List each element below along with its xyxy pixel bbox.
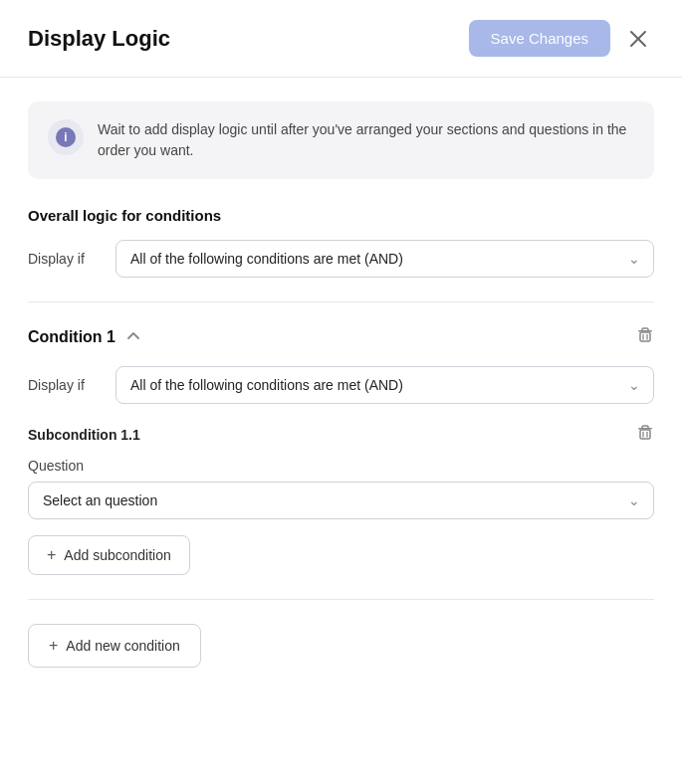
condition-1-display-if-label: Display if [28, 377, 100, 393]
condition-1-select-wrapper: All of the following conditions are met … [115, 366, 654, 404]
add-condition-label: Add new condition [66, 638, 179, 654]
subcondition-1-1-delete-button[interactable] [636, 424, 654, 446]
overall-condition-select[interactable]: All of the following conditions are met … [115, 240, 654, 278]
overall-logic-section: Overall logic for conditions Display if … [28, 207, 654, 278]
condition-1-header: Condition 1 [28, 326, 654, 348]
question-label: Question [28, 458, 654, 474]
save-changes-button[interactable]: Save Changes [469, 20, 610, 57]
add-subcondition-button[interactable]: + Add subcondition [28, 535, 190, 575]
section-divider-2 [28, 599, 654, 600]
info-text: Wait to add display logic until after yo… [98, 119, 634, 161]
condition-1-display-if-row: Display if All of the following conditio… [28, 366, 654, 404]
trash-icon [636, 326, 654, 344]
info-icon-wrapper: i [48, 119, 84, 155]
question-select-wrapper: Select an question ⌄ [28, 482, 654, 519]
plus-icon-subcondition: + [47, 546, 56, 564]
svg-rect-7 [640, 430, 650, 439]
condition-1-title: Condition 1 [28, 328, 115, 346]
condition-1-collapse-icon[interactable] [125, 328, 141, 347]
subcondition-1-1-block: Subcondition 1.1 Question [28, 424, 654, 519]
add-new-condition-button[interactable]: + Add new condition [28, 624, 201, 668]
add-subcondition-label: Add subcondition [64, 547, 170, 563]
overall-logic-label: Overall logic for conditions [28, 207, 654, 224]
section-divider-1 [28, 301, 654, 302]
close-button[interactable] [622, 23, 654, 55]
modal-display-logic: Display Logic Save Changes i Wait to add… [0, 0, 682, 784]
condition-1-delete-button[interactable] [636, 326, 654, 348]
svg-rect-3 [640, 332, 650, 341]
close-icon [628, 29, 648, 49]
page-title: Display Logic [28, 26, 170, 52]
overall-display-if-label: Display if [28, 251, 100, 267]
trash-icon-sub [636, 424, 654, 442]
subcondition-1-1-header: Subcondition 1.1 [28, 424, 654, 446]
overall-display-if-row: Display if All of the following conditio… [28, 240, 654, 278]
modal-content: i Wait to add display logic until after … [0, 78, 682, 784]
header-actions: Save Changes [469, 20, 654, 57]
condition-1-title-row: Condition 1 [28, 328, 141, 347]
info-box: i Wait to add display logic until after … [28, 101, 654, 179]
question-select[interactable]: Select an question [28, 482, 654, 519]
overall-condition-select-wrapper: All of the following conditions are met … [115, 240, 654, 278]
subcondition-1-1-title: Subcondition 1.1 [28, 427, 140, 443]
condition-1-select[interactable]: All of the following conditions are met … [115, 366, 654, 404]
modal-header: Display Logic Save Changes [0, 0, 682, 78]
plus-icon-condition: + [49, 637, 58, 655]
info-icon: i [56, 127, 76, 147]
condition-block-1: Condition 1 [28, 326, 654, 575]
